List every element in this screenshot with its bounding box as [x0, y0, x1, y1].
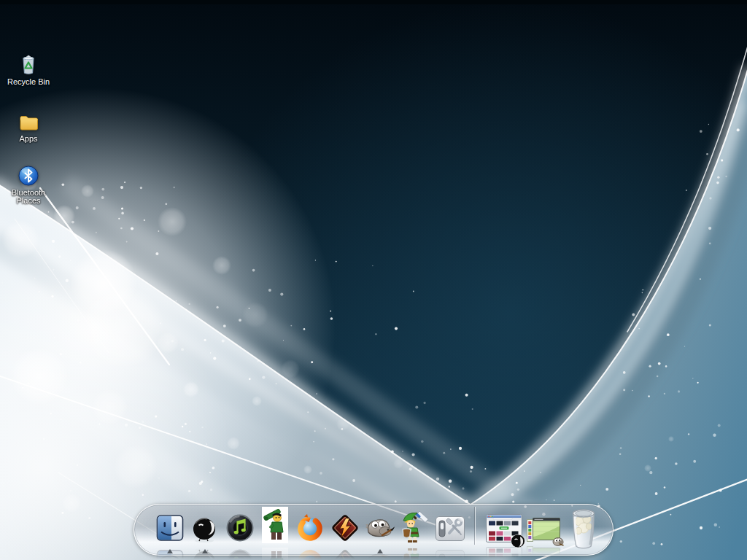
running-indicator — [167, 549, 173, 553]
recycle-bin-icon — [18, 54, 39, 76]
gimp-wilber-icon — [552, 537, 565, 549]
lego-minifig-icon — [262, 507, 288, 545]
dock-item-songbird[interactable] — [189, 513, 221, 545]
trash-icon — [569, 541, 598, 552]
folder-icon — [18, 111, 39, 133]
running-indicator — [202, 549, 208, 553]
dock-item-zelda-link[interactable] — [399, 510, 431, 545]
desktop: Recycle Bin Apps — [0, 0, 747, 560]
desktop-icon-apps[interactable]: Apps — [3, 111, 54, 143]
dock — [133, 504, 614, 556]
tools-icon — [434, 514, 466, 545]
dock-item-finder[interactable] — [154, 513, 186, 545]
minimized-gimp-window[interactable] — [527, 518, 560, 544]
bluetooth-icon — [18, 165, 39, 187]
minimized-browser-window[interactable] — [486, 514, 522, 545]
dock-app-icons — [154, 507, 466, 545]
firefox-icon — [295, 513, 325, 545]
songbird-icon — [511, 534, 526, 551]
desktop-icon-bluetooth-places[interactable]: Bluetooth Places — [3, 165, 54, 205]
winamp-icon — [330, 513, 360, 545]
desktop-icon-label: Bluetooth Places — [3, 189, 54, 205]
dock-item-lego-figure[interactable] — [259, 507, 291, 545]
dock-item-music-player[interactable] — [224, 513, 256, 545]
dock-item-gimp[interactable] — [364, 514, 396, 545]
running-indicator — [377, 549, 383, 553]
dock-item-winamp[interactable] — [329, 513, 361, 545]
desktop-icon-label: Recycle Bin — [7, 78, 50, 86]
wallpaper — [0, 0, 747, 560]
zelda-link-icon — [399, 510, 431, 545]
finder-icon — [155, 513, 185, 545]
songbird-icon — [189, 513, 221, 545]
speaker-music-note-icon — [225, 513, 255, 545]
gimp-wilber-icon — [364, 514, 396, 545]
desktop-icon-recycle-bin[interactable]: Recycle Bin — [3, 54, 54, 86]
dock-item-firefox[interactable] — [294, 513, 326, 545]
dock-item-system-tools[interactable] — [434, 514, 466, 545]
dock-trash[interactable] — [569, 508, 598, 552]
minimized-windows — [486, 514, 560, 545]
dock-divider — [475, 507, 476, 545]
desktop-icon-label: Apps — [19, 135, 37, 143]
